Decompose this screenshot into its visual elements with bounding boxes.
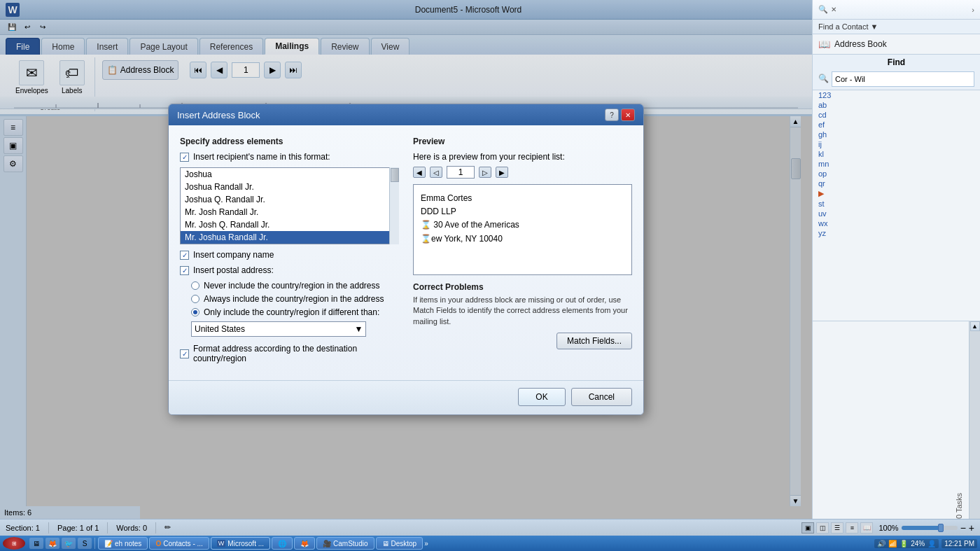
dropdown-arrow-icon: ▼ [355,324,363,334]
format-address-label: Format address according to the destinat… [193,344,399,363]
alpha-cd[interactable]: cd [813,110,980,120]
quick-btn-2[interactable]: 🐦 [62,538,76,549]
status-bar: Section: 1 Page: 1 of 1 Words: 0 ✏ ▣ ◫ ☰… [0,519,980,536]
taskbar-word[interactable]: W Microsoft ... [211,537,270,550]
find-contact-label[interactable]: Find a Contact ▼ [818,22,878,31]
show-desktop-btn[interactable]: 🖥 [29,538,43,549]
name-listbox[interactable]: Joshua Joshua Randall Jr. Joshua Q. Rand… [180,167,399,244]
radio-only[interactable] [191,308,200,316]
taskbar-firefox[interactable]: 🦊 [294,537,315,550]
battery-icon[interactable]: 🔋 [899,540,908,547]
alpha-qr-arrow[interactable]: ▶ [813,188,830,199]
view-draft-btn[interactable]: ≡ [846,522,858,533]
right-panel-header: 🔍 ✕ › [813,0,980,20]
insert-postal-label: Insert postal address: [193,265,274,275]
scroll-up-icon[interactable]: ▲ [970,321,980,331]
alpha-123[interactable]: 123 [813,90,980,100]
view-print-btn[interactable]: ▣ [802,522,814,533]
chrome-icon: 🌐 [278,540,286,547]
zoom-handle[interactable] [938,524,944,532]
alpha-ij[interactable]: ij [813,139,980,149]
alpha-ef[interactable]: ef [813,120,980,130]
match-fields-btn[interactable]: Match Fields... [556,333,632,349]
alpha-yz[interactable]: yz [813,228,980,238]
preview-description: Here is a preview from your recipient li… [413,152,632,162]
view-outline-btn[interactable]: ☰ [831,522,844,533]
preview-prev-btn[interactable]: ◁ [430,167,442,178]
taskbar-chrome[interactable]: 🌐 [272,537,293,550]
find-contact-area: Find a Contact ▼ [813,20,980,34]
start-button[interactable]: ⊞ [3,537,25,550]
preview-line-1: Emma Cortes [421,192,624,205]
insert-recipient-checkbox[interactable] [180,153,189,162]
network-icon[interactable]: 📶 [888,540,897,547]
word-taskbar-label: Microsoft ... [227,540,264,547]
alpha-qr[interactable]: qr [813,179,980,188]
zoom-slider[interactable] [902,526,958,530]
word-taskbar-icon: W [217,540,226,547]
windows-icon: ⊞ [12,540,17,547]
listbox-scroll-thumb[interactable] [391,168,399,182]
taskbar-ehnotes[interactable]: 📝 eh notes [98,537,148,550]
view-reading-btn[interactable]: 📖 [860,522,873,533]
cancel-button[interactable]: Cancel [571,388,632,406]
taskbar-camstudio[interactable]: 🎥 CamStudio [316,537,374,550]
no-upcoming-area: No upcoming appointme... ▲ ▼ Today: 0 Ta… [813,321,980,552]
radio-never[interactable] [191,281,200,290]
alpha-wx[interactable]: wx [813,218,980,228]
view-web-btn[interactable]: ◫ [816,522,829,533]
name-item-5[interactable]: Mr. Joshua Randall Jr. [181,231,398,244]
find-input[interactable] [832,71,974,87]
zoom-plus-btn[interactable]: + [969,522,974,533]
right-panel: 🔍 ✕ › Find a Contact ▼ 📖 Address Book Fi… [812,0,980,551]
correct-problems-text: If items in your address block are missi… [413,295,632,327]
ok-button[interactable]: OK [518,388,565,406]
format-address-checkbox[interactable] [180,349,189,358]
dialog-close-btn[interactable]: ✕ [621,109,635,121]
name-item-3[interactable]: Mr. Josh Randall Jr. [181,206,398,218]
dialog-help-btn[interactable]: ? [605,109,619,121]
country-dropdown[interactable]: United States ▼ [191,321,366,337]
preview-next-last-btn[interactable]: ▶ [496,167,508,178]
speaker-icon[interactable]: 🔊 [877,540,886,547]
name-item-0[interactable]: Joshua [181,168,398,181]
alpha-st[interactable]: st [813,199,980,209]
taskbar-overflow[interactable]: » [424,540,428,547]
contacts-label: Contacts - ... [163,540,203,547]
alpha-uv[interactable]: uv [813,209,980,218]
insert-recipient-label: Insert recipient's name in this format: [193,152,330,162]
status-right: ▣ ◫ ☰ ≡ 📖 100% − + [802,522,974,533]
clock[interactable]: 12:21 PM [941,539,977,548]
radio-always[interactable] [191,295,200,303]
sys-icons: 🔊 📶 🔋 24% 👤 [874,539,939,548]
insert-company-checkbox[interactable] [180,251,189,260]
taskbar-desktop[interactable]: 🖥 Desktop [376,537,424,550]
country-value: United States [195,324,245,334]
preview-prev-first-btn[interactable]: ◀ [413,167,426,178]
radio-never-row: Never include the country/region in the … [191,281,399,291]
skype-btn[interactable]: S [78,538,92,549]
zoom-minus-btn[interactable]: − [960,522,966,533]
name-item-1[interactable]: Joshua Randall Jr. [181,181,398,193]
search-icon: 🔍 [818,5,828,14]
ehnotes-label: eh notes [115,540,141,547]
quick-btn-1[interactable]: 🦊 [46,538,59,549]
address-book-title[interactable]: Address Book [834,39,887,49]
listbox-scrollbar [389,167,399,244]
address-book-icon: 📖 [818,39,830,50]
taskbar-contacts[interactable]: O Contacts - ... [149,537,209,550]
status-divider-1 [48,522,49,533]
alpha-gh[interactable]: gh [813,130,980,139]
dialog-title-text: Insert Address Block [177,110,260,120]
name-item-2[interactable]: Joshua Q. Randall Jr. [181,193,398,206]
quick-launch: 🖥 🦊 🐦 S [27,538,95,549]
name-item-4[interactable]: Mr. Josh Q. Randall Jr. [181,218,398,231]
alpha-op[interactable]: op [813,169,980,179]
insert-postal-checkbox[interactable] [180,266,189,275]
alpha-kl[interactable]: kl [813,149,980,159]
dialog-footer: OK Cancel [169,380,643,414]
alpha-ab[interactable]: ab [813,100,980,110]
alpha-mn[interactable]: mn [813,159,980,169]
preview-record-input[interactable] [447,166,475,179]
preview-next-btn[interactable]: ▷ [479,167,491,178]
